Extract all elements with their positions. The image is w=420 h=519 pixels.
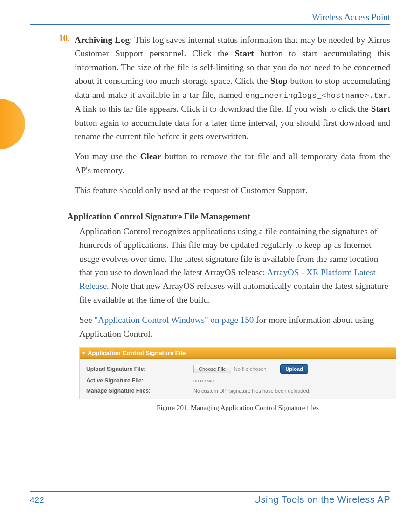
start-button-ref: Start: [235, 48, 254, 58]
running-header: Wireless Access Point: [30, 12, 390, 22]
appcontrol-signature-panel: Application Control Signature File Uploa…: [79, 347, 396, 399]
figure-201: Application Control Signature File Uploa…: [79, 347, 396, 412]
label-upload-signature: Upload Signature File:: [86, 366, 193, 372]
item10-paragraph-2: You may use the Clear button to remove t…: [75, 150, 390, 177]
tar-filename: engineeringlogs_<hostname>.tar: [245, 91, 388, 100]
page-number: 422: [30, 496, 44, 505]
item10-title: Archiving Log: [75, 35, 130, 45]
collapse-triangle-icon: [82, 352, 86, 354]
list-number: 10.: [59, 33, 75, 204]
section-paragraph-2: See "Application Control Windows" on pag…: [79, 313, 390, 341]
upload-button[interactable]: Upload: [280, 364, 308, 374]
file-chosen-status: No file chosen: [234, 366, 267, 372]
row-active: Active Signature File: unknown: [86, 377, 389, 384]
row-upload: Upload Signature File: Choose File No fi…: [86, 364, 389, 374]
section-paragraph-1: Application Control recognizes applicati…: [79, 225, 390, 307]
footer-section-title: Using Tools on the Wireless AP: [254, 494, 390, 505]
clear-button-ref: Clear: [140, 151, 161, 161]
start-button-ref-2: Start: [371, 104, 390, 114]
list-item-10: 10. Archiving Log: This log saves intern…: [59, 33, 390, 204]
figure-caption: Figure 201. Managing Application Control…: [79, 404, 396, 412]
row-manage: Manage Signature Files: No custom DPI si…: [86, 388, 389, 394]
stop-button-ref: Stop: [270, 76, 288, 86]
choose-file-button[interactable]: Choose File: [193, 365, 231, 373]
panel-title: Application Control Signature File: [88, 349, 186, 356]
item10-paragraph-1: Archiving Log: This log saves internal s…: [75, 33, 390, 143]
label-active-signature: Active Signature File:: [86, 377, 193, 384]
item10-paragraph-3: This feature should only used at the req…: [75, 184, 390, 197]
label-manage-signature: Manage Signature Files:: [86, 388, 193, 394]
panel-header[interactable]: Application Control Signature File: [80, 348, 396, 359]
value-manage-signature: No custom DPI signature files have been …: [193, 388, 310, 394]
header-rule: [30, 24, 390, 25]
footer-rule: [30, 491, 390, 492]
section-heading-appcontrol: Application Control Signature File Manag…: [67, 212, 390, 222]
value-active-signature: unknown: [193, 378, 214, 383]
link-appcontrol-windows[interactable]: "Application Control Windows" on page 15…: [94, 315, 254, 325]
page-footer: 422 Using Tools on the Wireless AP: [30, 491, 390, 505]
